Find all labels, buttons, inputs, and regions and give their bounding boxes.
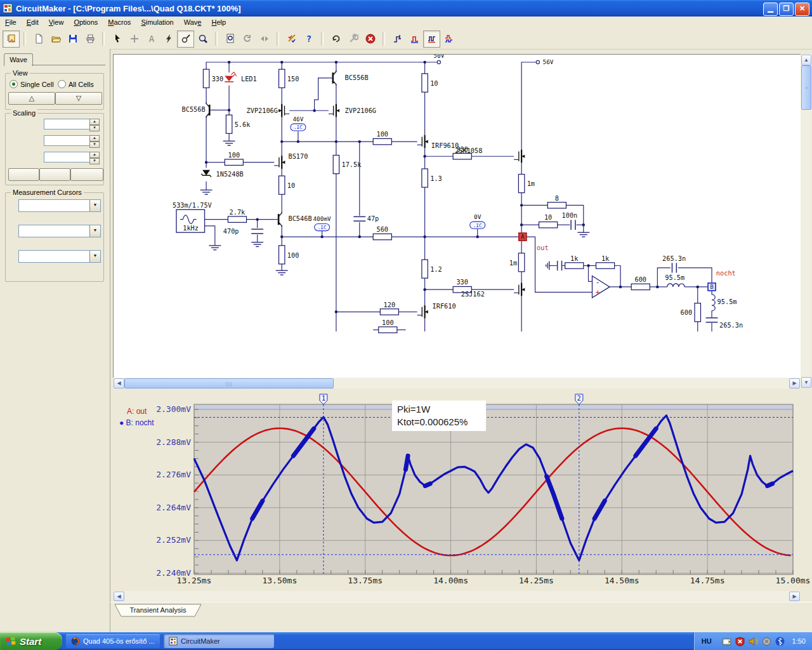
cursor-diff-select[interactable]: ▼ xyxy=(18,250,101,263)
spin-down-icon[interactable]: ▼ xyxy=(89,125,100,131)
menu-simulation[interactable]: Simulation xyxy=(136,17,178,29)
resistor-150[interactable] xyxy=(279,69,285,88)
options-wrench-icon[interactable] xyxy=(344,30,362,48)
radio-single-cell[interactable]: Single Cell xyxy=(10,79,54,91)
resistor-1k[interactable] xyxy=(596,263,615,269)
resistor-5.6k[interactable] xyxy=(226,115,232,133)
resistor-100[interactable] xyxy=(279,246,285,264)
scope-probe-icon[interactable] xyxy=(389,30,406,48)
scroll-left-icon[interactable]: ◀ xyxy=(114,378,124,388)
resistor-10[interactable] xyxy=(539,222,558,227)
scaling-spinner-0[interactable]: ▲▼ xyxy=(89,119,100,129)
taskbar-task-0[interactable]: Quad 405-ös erősítő ... xyxy=(66,634,160,648)
scroll-down-icon[interactable]: ▼ xyxy=(801,377,811,388)
scroll-right-icon[interactable]: ▶ xyxy=(789,378,800,388)
volume-icon[interactable] xyxy=(749,637,758,646)
spin-up-icon[interactable]: ▲ xyxy=(89,119,100,125)
resistor-10[interactable] xyxy=(279,176,285,194)
plot-annotation[interactable]: Pki=1WKtot=0.000625% xyxy=(392,401,486,431)
part-browser-icon[interactable] xyxy=(3,30,20,48)
scaling-button-fit-x[interactable] xyxy=(8,168,39,181)
place-part-icon[interactable] xyxy=(126,30,143,48)
hscroll-thumb[interactable]: |||| xyxy=(124,378,334,388)
open-file-icon[interactable] xyxy=(47,30,64,48)
stop-sim-icon[interactable] xyxy=(362,30,379,48)
dropdown-arrow-icon[interactable]: ▼ xyxy=(89,225,100,237)
start-button[interactable]: Start xyxy=(0,632,62,650)
dropdown-arrow-icon[interactable]: ▼ xyxy=(89,251,100,262)
wave-scroll-left-icon[interactable]: ◀ xyxy=(114,592,124,601)
cell-down-button[interactable]: ▽ xyxy=(55,92,102,105)
rotate-icon[interactable] xyxy=(239,30,256,48)
reset-sim-icon[interactable] xyxy=(327,30,344,48)
legend-entry-a[interactable]: A: out xyxy=(127,407,154,416)
help-icon[interactable]: ? xyxy=(300,30,317,48)
cursor-select-0[interactable]: ▼ xyxy=(18,199,101,212)
resistor-1k[interactable] xyxy=(565,263,584,269)
menu-edit[interactable]: Edit xyxy=(22,17,44,29)
spin-down-icon[interactable]: ▼ xyxy=(89,158,100,164)
schematic-area[interactable]: 3305.6k1501017.5k101.31.21001m1m60010010… xyxy=(113,54,801,378)
place-text-icon[interactable]: A xyxy=(143,30,160,48)
resistor-1m[interactable] xyxy=(518,253,524,272)
spin-up-icon[interactable]: ▲ xyxy=(89,152,100,158)
resistor-2.7k[interactable] xyxy=(228,216,246,222)
menu-view[interactable]: View xyxy=(44,17,69,29)
resistor-330[interactable] xyxy=(203,69,209,88)
run-analyses-icon[interactable] xyxy=(406,30,423,48)
menu-wave[interactable]: Wave xyxy=(179,17,207,29)
select-arrow-icon[interactable] xyxy=(108,30,126,48)
legend-entry-b[interactable]: ● B: nocht xyxy=(119,418,154,427)
radio-all-cells-dot[interactable] xyxy=(58,80,66,88)
resistor-560[interactable] xyxy=(373,234,391,239)
spin-down-icon[interactable]: ▼ xyxy=(89,142,100,148)
schematic-canvas[interactable]: 3305.6k1501017.5k101.31.21001m1m60010010… xyxy=(114,55,801,378)
resistor-1.2[interactable] xyxy=(422,260,428,278)
audio-device-icon[interactable] xyxy=(762,637,771,646)
cursor-select-1[interactable]: ▼ xyxy=(18,225,101,237)
dropdown-arrow-icon[interactable]: ▼ xyxy=(89,200,100,211)
save-icon[interactable] xyxy=(64,30,81,48)
scaling-spinner-2[interactable]: ▲▼ xyxy=(89,152,100,162)
security-shield-icon[interactable] xyxy=(735,637,745,646)
scaling-button-fit-y[interactable] xyxy=(39,168,70,181)
zoom-page-icon[interactable] xyxy=(221,30,239,48)
tab-transient-analysis[interactable]: Transient Analysis xyxy=(114,604,202,618)
spin-up-icon[interactable]: ▲ xyxy=(89,135,100,142)
menu-help[interactable]: Help xyxy=(206,17,231,29)
cell-up-button[interactable]: △ xyxy=(8,92,55,105)
resistor-17.5k[interactable] xyxy=(333,156,339,174)
resistor-10[interactable] xyxy=(422,74,428,92)
resistor-100[interactable] xyxy=(379,327,397,333)
resistor-100[interactable] xyxy=(373,138,391,144)
scaling-input-1[interactable] xyxy=(44,135,91,146)
probe-tool-icon[interactable] xyxy=(177,30,194,48)
resistor-600[interactable] xyxy=(631,284,650,289)
waveform-hscrollbar[interactable]: ◀ ▶ xyxy=(113,591,801,601)
resistor-1m[interactable] xyxy=(518,175,524,193)
close-button[interactable]: ✕ xyxy=(795,3,809,16)
resistor-600[interactable] xyxy=(695,303,700,322)
radio-single-cell-dot[interactable] xyxy=(10,80,18,88)
restore-button[interactable]: ❐ xyxy=(779,3,794,16)
print-icon[interactable] xyxy=(81,30,98,48)
scaling-button-auto-y[interactable] xyxy=(70,168,103,181)
taskbar-task-1[interactable]: CircuitMaker xyxy=(164,634,274,648)
minimize-button[interactable]: ▁ xyxy=(763,3,778,16)
wave-scroll-right-icon[interactable]: ▶ xyxy=(789,592,800,601)
tablet-icon[interactable] xyxy=(722,637,731,646)
resistor-100[interactable] xyxy=(225,159,243,165)
menu-options[interactable]: Options xyxy=(69,17,103,29)
vscroll-thumb[interactable]: ≡ xyxy=(801,65,811,110)
menu-file[interactable]: File xyxy=(0,17,22,29)
tab-wave[interactable]: Wave xyxy=(4,53,33,66)
scaling-input-0[interactable] xyxy=(44,119,91,129)
scroll-up-icon[interactable]: ▲ xyxy=(801,55,811,65)
resistor-120[interactable] xyxy=(380,309,398,315)
language-indicator[interactable]: HU xyxy=(702,637,712,645)
schematic-hscrollbar[interactable]: ◀ |||| ▶ xyxy=(113,378,801,388)
delete-tool-icon[interactable] xyxy=(160,30,177,48)
digital-analog-sim-icon[interactable] xyxy=(283,30,300,48)
scaling-spinner-1[interactable]: ▲▼ xyxy=(89,135,100,146)
mirror-icon[interactable] xyxy=(256,30,273,48)
